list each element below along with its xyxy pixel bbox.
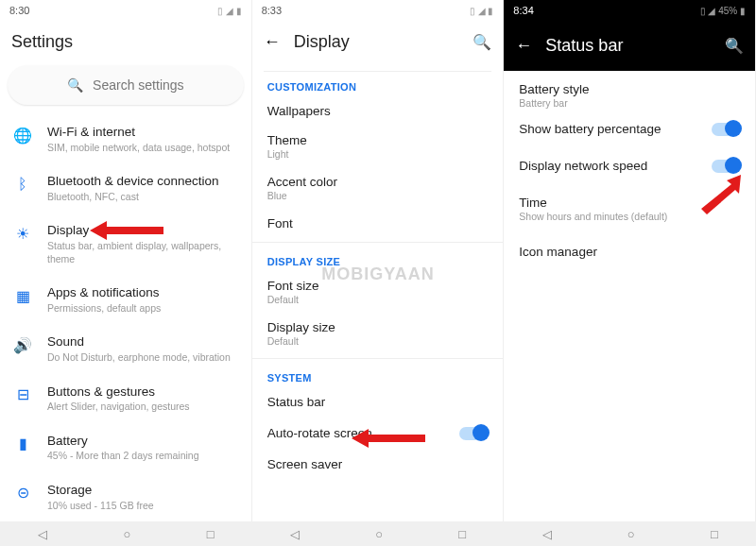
clock: 8:33 [262, 5, 282, 16]
item-sublabel: Do Not Disturb, earphone mode, vibration [47, 351, 238, 365]
item-accent-color[interactable]: Accent colorBlue [252, 167, 504, 209]
item-icon: ▦ [13, 286, 32, 305]
item-sublabel: Status bar, ambient display, wallpapers,… [47, 240, 238, 265]
item-icon: ⊝ [13, 484, 32, 503]
nav-back[interactable]: ◁ [290, 527, 300, 541]
settings-item-buttons-gestures[interactable]: ⊟ Buttons & gestures Alert Slider, navig… [0, 374, 251, 423]
nav-recent[interactable]: □ [711, 527, 718, 541]
search-icon[interactable]: 🔍 [725, 37, 744, 55]
item-display-size[interactable]: Display sizeDefault [252, 313, 504, 354]
item-sublabel: Bluetooth, NFC, cast [47, 191, 238, 204]
item-wallpapers[interactable]: Wallpapers [252, 96, 504, 126]
item-sublabel: 45% - More than 2 days remaining [47, 450, 238, 463]
pane-settings: 8:30 ▯ ◢ ▮ Settings 🔍 Search settings 🌐 … [0, 0, 252, 521]
item-sublabel: Permissions, default apps [47, 302, 238, 316]
item-label: Sound [47, 333, 238, 350]
search-icon: 🔍 [67, 77, 83, 93]
item-icon: ᛒ [13, 175, 32, 194]
arrow-annotation [90, 219, 165, 242]
nav-recent[interactable]: □ [207, 527, 215, 541]
item-label: Bluetooth & device connection [47, 173, 238, 190]
settings-item-apps-notifications[interactable]: ▦ Apps & notifications Permissions, defa… [0, 275, 251, 324]
svg-marker-1 [352, 429, 425, 448]
status-bar: 8:33 ▯ ◢ ▮ [252, 0, 504, 21]
item-sublabel: Alert Slider, navigation, gestures [47, 401, 238, 414]
clock: 8:34 [513, 5, 533, 16]
status-icons: ▯ ◢ ▮ [470, 6, 494, 16]
item-font[interactable]: Font [252, 209, 504, 238]
item-icon: ☀ [13, 224, 32, 243]
back-icon[interactable]: ← [264, 32, 281, 52]
search-settings[interactable]: 🔍 Search settings [8, 65, 244, 105]
page-title: Display [294, 32, 350, 52]
toggle-auto-rotate[interactable] [459, 427, 488, 440]
section-customization: CUSTOMIZATION [252, 72, 504, 96]
clock: 8:30 [9, 5, 29, 16]
toggle-battery-percentage[interactable] [712, 123, 740, 136]
pane-status-bar: 8:34 ▯ ◢ 45% ▮ ← Status bar 🔍 Battery st… [504, 0, 756, 521]
settings-item-bluetooth-device-connection[interactable]: ᛒ Bluetooth & device connection Bluetoot… [0, 163, 251, 213]
item-label: Buttons & gestures [47, 384, 238, 401]
item-icon: ▮ [13, 435, 32, 453]
item-status-bar[interactable]: Status bar [252, 387, 504, 417]
settings-item-storage[interactable]: ⊝ Storage 10% used - 115 GB free [0, 472, 251, 521]
svg-marker-2 [701, 175, 741, 214]
item-label: Battery [47, 433, 238, 450]
item-label: Wi-Fi & internet [47, 124, 238, 141]
navigation-bar: ◁ ○ □ ◁ ○ □ ◁ ○ □ [0, 521, 756, 546]
nav-home[interactable]: ○ [123, 527, 130, 541]
search-icon[interactable]: 🔍 [472, 33, 491, 51]
settings-item-wi-fi-internet[interactable]: 🌐 Wi-Fi & internet SIM, mobile network, … [0, 114, 251, 163]
page-title: Status bar [545, 36, 623, 56]
item-label: Apps & notifications [47, 284, 238, 301]
item-sublabel: SIM, mobile network, data usage, hotspot [47, 142, 238, 155]
item-battery-style[interactable]: Battery style Battery bar [504, 77, 755, 111]
status-bar: 8:34 ▯ ◢ 45% ▮ [504, 0, 755, 21]
item-theme[interactable]: ThemeLight [252, 126, 504, 167]
section-display-size: DISPLAY SIZE [252, 247, 504, 271]
item-icon: ⊟ [13, 385, 32, 404]
item-icon-manager[interactable]: Icon manager [504, 233, 755, 270]
section-system: SYSTEM [252, 363, 504, 387]
settings-item-sound[interactable]: 🔊 Sound Do Not Disturb, earphone mode, v… [0, 324, 251, 373]
svg-marker-0 [90, 221, 163, 240]
nav-home[interactable]: ○ [627, 527, 635, 541]
item-sublabel: 10% used - 115 GB free [47, 500, 238, 513]
arrow-annotation [352, 427, 427, 450]
arrow-annotation [694, 175, 746, 217]
toggle-network-speed[interactable] [712, 160, 740, 173]
status-bar: 8:30 ▯ ◢ ▮ [0, 0, 251, 21]
nav-back[interactable]: ◁ [38, 527, 47, 541]
status-icons: ▯ ◢ 45% ▮ [700, 6, 746, 16]
search-placeholder: Search settings [93, 77, 184, 93]
settings-item-battery[interactable]: ▮ Battery 45% - More than 2 days remaini… [0, 423, 251, 472]
item-icon: 🌐 [13, 126, 32, 145]
nav-recent[interactable]: □ [458, 527, 466, 541]
item-icon: 🔊 [13, 335, 32, 354]
back-icon[interactable]: ← [515, 36, 532, 56]
status-icons: ▯ ◢ ▮ [217, 6, 242, 16]
item-screen-saver[interactable]: Screen saver [252, 450, 504, 479]
pane-display: 8:33 ▯ ◢ ▮ ← Display 🔍 CUSTOMIZATION Wal… [252, 0, 505, 521]
nav-home[interactable]: ○ [375, 527, 383, 541]
item-show-battery-percentage[interactable]: Show battery percentage [504, 111, 755, 147]
page-title: Settings [11, 32, 73, 52]
item-font-size[interactable]: Font sizeDefault [252, 271, 504, 313]
item-label: Storage [47, 482, 238, 499]
nav-back[interactable]: ◁ [542, 527, 552, 541]
